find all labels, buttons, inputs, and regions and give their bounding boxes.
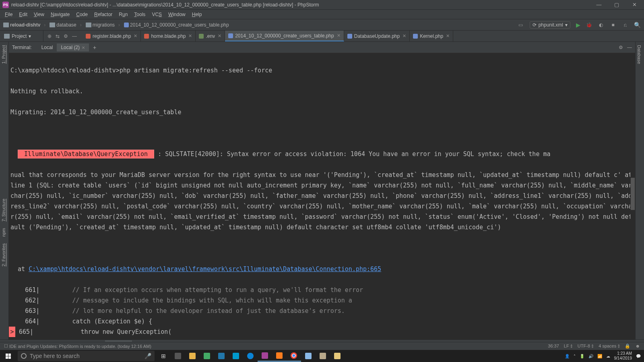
terminal-output[interactable]: C:\xampp\htdocs\reload-dishtv>php artisa… [9,53,635,339]
tool-structure[interactable]: 7: Structure [0,195,7,225]
indent-config[interactable]: 4 spaces ‡ [599,343,620,349]
run-config-dropdown[interactable]: ⟳ phpunit.xml ▾ [530,21,570,29]
onedrive-icon[interactable]: ☁ [606,354,610,358]
editor-tab[interactable]: home.blade.php✕ [141,31,196,41]
taskbar-app[interactable] [316,350,330,362]
new-terminal-button[interactable]: + [89,44,100,51]
minimize-button[interactable]: — [596,2,602,8]
menu-edit[interactable]: Edit [17,11,30,18]
app-icon: PS [2,2,9,8]
menu-bar: File Edit View Navigate Code Refactor Ru… [0,10,644,19]
notification-center-icon[interactable]: 💬 [636,354,641,358]
tool-project[interactable]: 1: Project [0,42,7,67]
tool-database[interactable]: Database [636,42,643,67]
start-button[interactable] [0,350,16,362]
vcs-button[interactable]: ⎌ [622,22,628,28]
minimize-icon[interactable]: — [627,45,632,50]
paint-button[interactable] [330,350,345,362]
tool-favorites[interactable]: 2: Favorites [0,240,7,269]
run-config-icon: ⟳ [533,22,537,28]
notification-icon[interactable]: ☐ [4,343,8,349]
file-encoding[interactable]: UTF-8 ‡ [578,343,594,349]
people-icon[interactable]: 👤 [565,354,570,358]
tray-chevron-icon[interactable]: ˄ [574,354,576,358]
taskbar-app[interactable] [200,350,214,362]
task-view-button[interactable]: ⊞ [156,350,171,362]
taskbar-app[interactable] [214,350,229,362]
minimize-tool-icon[interactable]: — [72,33,77,39]
taskbar-search[interactable]: Type here to search 🎤 [18,351,155,361]
file-type-icon [199,34,204,39]
close-icon[interactable]: ✕ [82,45,85,50]
menu-navigate[interactable]: Navigate [48,11,72,18]
file-type-icon [228,33,233,38]
tool-npm[interactable]: npm [0,225,7,240]
menu-run[interactable]: Run [116,11,130,18]
close-icon[interactable]: ✕ [446,33,450,39]
project-tool-button[interactable]: Project ▾ [0,31,43,41]
xampp-button[interactable] [272,350,287,362]
menu-tools[interactable]: Tools [132,11,148,18]
editor-tab[interactable]: DatabaseUpdate.php✕ [344,31,410,41]
editor-tab[interactable]: register.blade.php✕ [83,31,141,41]
run-button[interactable]: ▶ [576,22,580,28]
notepad-button[interactable] [301,350,316,362]
close-icon[interactable]: ✕ [218,33,221,39]
taskbar-app[interactable] [229,350,243,362]
breadcrumb-folder[interactable]: migrations [86,22,120,28]
volume-icon[interactable]: 🔊 [588,354,593,358]
maximize-button[interactable]: ▢ [613,2,620,8]
close-icon[interactable]: ✕ [402,33,406,39]
file-explorer-button[interactable] [185,350,200,362]
search-everywhere-icon[interactable]: 🔍 [634,22,641,28]
caret-position[interactable]: 36:37 [548,343,559,349]
menu-file[interactable]: File [2,11,15,18]
folder-icon [86,23,91,27]
stack-file-link[interactable]: C:\xampp\htdocs\reload-dishtv\vendor\lar… [29,265,381,273]
coverage-button[interactable]: ◐ [598,22,604,28]
menu-help[interactable]: Help [190,11,204,18]
file-type-icon [413,34,418,39]
close-icon[interactable]: ✕ [337,33,341,38]
phpstorm-button[interactable] [258,350,272,362]
gear-icon[interactable]: ⚙ [64,33,68,39]
source-line: 661| // If an exception occurs when atte… [10,285,634,295]
close-button[interactable]: ✕ [631,2,638,8]
editor-tab[interactable]: .env✕ [196,31,225,41]
wifi-icon[interactable]: 📶 [597,354,602,358]
close-icon[interactable]: ✕ [134,33,137,39]
gear-icon[interactable]: ⚙ [619,45,623,50]
edge-button[interactable] [243,350,258,362]
line-separator[interactable]: LF ‡ [564,343,573,349]
close-icon[interactable]: ✕ [188,33,192,39]
collapse-icon[interactable]: ⇆ [56,33,60,39]
battery-icon[interactable]: 🔋 [580,354,584,358]
menu-code[interactable]: Code [74,11,90,18]
source-line: 664| catch (Exception $e) { [10,316,634,327]
editor-tab[interactable]: Kernel.php✕ [410,31,453,41]
error-pointer: > [9,327,15,337]
breadcrumb-file[interactable]: 2014_10_12_000000_create_users_table.php [124,22,229,28]
menu-view[interactable]: View [31,11,47,18]
terminal-scrollbar[interactable] [630,53,635,339]
mic-icon[interactable]: 🎤 [144,353,151,359]
breadcrumb-folder[interactable]: database [50,22,81,28]
taskbar-clock[interactable]: 1:23 AM 9/14/2019 [614,351,632,361]
menu-vcs[interactable]: VCS [149,11,164,18]
breadcrumb-root[interactable]: reload-dishtv [3,22,45,28]
scrollbar-thumb[interactable] [631,178,635,210]
chrome-button[interactable] [287,350,301,362]
stop-button[interactable]: ■ [610,22,616,28]
menu-refactor[interactable]: Refactor [92,11,115,18]
terminal-tab-active[interactable]: Local (2)✕ [57,43,89,51]
status-message: IDE and Plugin Updates: PhpStorm is read… [9,344,151,349]
target-icon[interactable]: ⊕ [47,33,52,39]
editor-tab[interactable]: 2014_10_12_000000_create_users_table.php… [225,31,344,41]
inspection-icon[interactable]: ☻ [635,343,640,349]
menu-window[interactable]: Window [166,11,188,18]
toggle-view-icon[interactable]: ▭ [518,22,524,28]
taskbar-app[interactable] [171,350,185,362]
debug-button[interactable]: 🐞 [586,22,592,28]
lock-icon[interactable]: 🔒 [625,343,630,349]
terminal-tab[interactable]: Local [37,43,57,51]
